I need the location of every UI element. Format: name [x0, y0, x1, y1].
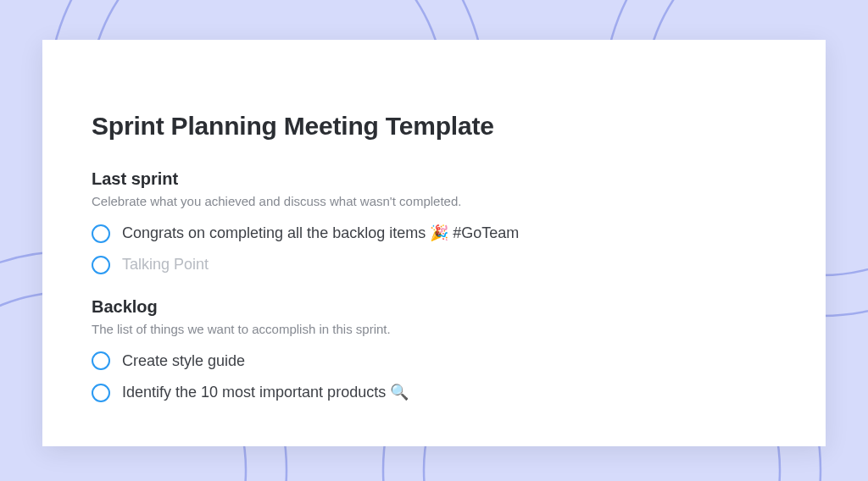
section-item-list: Congrats on completing all the backlog i…	[92, 224, 776, 275]
item-text[interactable]: Identify the 10 most important products …	[122, 383, 409, 402]
item-text[interactable]: Create style guide	[122, 351, 245, 371]
section-heading: Backlog	[92, 297, 776, 317]
list-item: Talking Point	[92, 255, 776, 274]
item-placeholder-text[interactable]: Talking Point	[122, 255, 209, 274]
section-heading: Last sprint	[92, 169, 776, 189]
section-description: Celebrate what you achieved and discuss …	[92, 194, 776, 208]
section-description: The list of things we want to accomplish…	[92, 322, 776, 336]
document-title: Sprint Planning Meeting Template	[92, 112, 776, 141]
section-backlog: Backlog The list of things we want to ac…	[92, 297, 776, 403]
section-last-sprint: Last sprint Celebrate what you achieved …	[92, 169, 776, 275]
list-item: Identify the 10 most important products …	[92, 383, 776, 402]
list-item: Congrats on completing all the backlog i…	[92, 224, 776, 243]
checkbox-icon[interactable]	[92, 256, 110, 274]
checkbox-icon[interactable]	[92, 224, 110, 243]
checkbox-icon[interactable]	[92, 351, 110, 370]
list-item: Create style guide	[92, 351, 776, 371]
document-card: Sprint Planning Meeting Template Last sp…	[42, 40, 826, 446]
section-item-list: Create style guide Identify the 10 most …	[92, 351, 776, 403]
item-text[interactable]: Congrats on completing all the backlog i…	[122, 224, 519, 243]
checkbox-icon[interactable]	[92, 384, 110, 402]
